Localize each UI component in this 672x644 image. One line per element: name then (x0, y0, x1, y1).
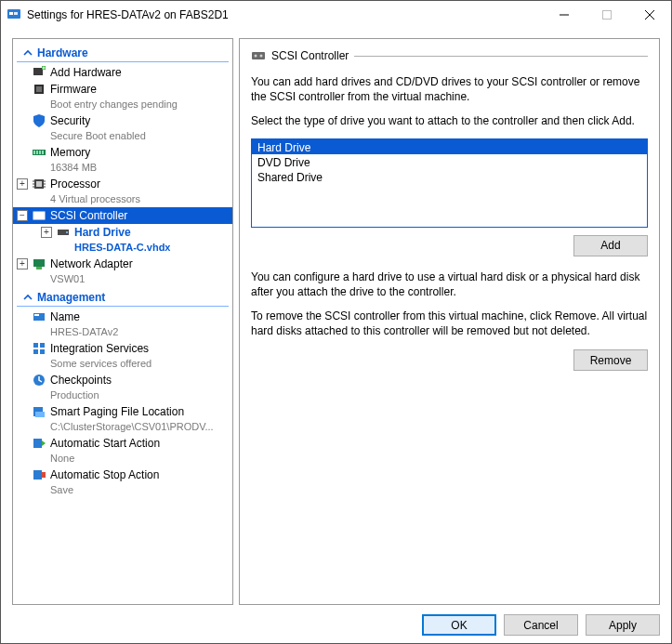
expand-icon[interactable]: + (17, 178, 28, 190)
tree-item-sublabel: Save (50, 482, 159, 497)
tree-item-label: Processor (50, 177, 140, 191)
tree-item-label: Firmware (50, 82, 178, 97)
description-4: To remove the SCSI controller from this … (251, 309, 648, 338)
folder-icon (32, 404, 46, 419)
svg-rect-3 (560, 15, 569, 16)
tree-item-add-hardware[interactable]: Add Hardware (13, 64, 232, 81)
tree-item-label: Smart Paging File Location (50, 404, 214, 419)
tree-item-smart-paging[interactable]: Smart Paging File Location C:\ClusterSto… (13, 403, 232, 435)
svg-rect-42 (42, 472, 46, 478)
svg-rect-33 (33, 343, 38, 348)
maximize-button[interactable] (586, 1, 628, 29)
svg-rect-43 (252, 52, 265, 59)
tree-item-label: Automatic Start Action (50, 436, 160, 451)
services-icon (32, 341, 46, 356)
svg-rect-12 (33, 151, 35, 154)
group-title: SCSI Controller (271, 49, 349, 62)
tree-item-sublabel: None (50, 451, 160, 466)
svg-rect-4 (603, 11, 612, 20)
network-icon (32, 256, 46, 271)
tree-item-security[interactable]: Security Secure Boot enabled (13, 112, 232, 144)
svg-rect-29 (33, 259, 45, 267)
stop-action-icon (32, 467, 46, 482)
svg-point-44 (255, 55, 257, 58)
svg-rect-41 (33, 470, 42, 480)
section-hardware-label: Hardware (37, 46, 88, 59)
minimize-button[interactable] (543, 1, 586, 29)
svg-rect-14 (39, 151, 41, 154)
close-button[interactable] (628, 1, 671, 29)
svg-rect-10 (36, 86, 42, 92)
description-1: You can add hard drives and CD/DVD drive… (251, 74, 648, 104)
tree-item-label: Memory (50, 145, 97, 160)
collapse-icon[interactable]: − (17, 210, 28, 221)
tree-item-name[interactable]: Name HRES-DATAv2 (13, 309, 232, 340)
option-dvd-drive[interactable]: DVD Drive (252, 154, 647, 169)
svg-rect-39 (35, 412, 45, 417)
tree-item-label: Automatic Stop Action (50, 467, 159, 482)
tree-item-sublabel: HRES-DATAv2 (50, 324, 118, 339)
tree-item-label: Checkpoints (50, 373, 112, 388)
option-hard-drive[interactable]: Hard Drive (252, 139, 647, 154)
tree-item-label: Hard Drive (74, 225, 170, 240)
content-area: Hardware Add Hardware (1, 29, 671, 643)
svg-rect-1 (9, 12, 13, 15)
ok-button[interactable]: OK (422, 614, 496, 636)
tag-icon (32, 309, 46, 324)
hard-drive-icon (56, 225, 71, 240)
remove-button[interactable]: Remove (573, 349, 648, 371)
chevron-up-icon (22, 292, 33, 303)
svg-rect-8 (43, 68, 46, 69)
settings-tree[interactable]: Hardware Add Hardware (12, 38, 233, 605)
controller-icon (251, 48, 266, 63)
description-2: Select the type of drive you want to att… (251, 113, 648, 128)
tree-item-sublabel: Boot entry changes pending (50, 97, 178, 112)
settings-window: Settings for HRES-DATAv2 on FABS2D1 (0, 0, 672, 644)
tree-item-sublabel: Secure Boot enabled (50, 128, 146, 143)
cancel-button[interactable]: Cancel (504, 614, 578, 636)
tree-item-label: Network Adapter (50, 256, 133, 271)
add-hardware-icon (32, 65, 46, 80)
tree-item-hard-drive[interactable]: + Hard Drive HRES-DATA-C.vhdx (13, 224, 232, 256)
tree-item-label: SCSI Controller (50, 208, 127, 223)
window-controls (543, 1, 671, 29)
tree-item-integration[interactable]: Integration Services Some services offer… (13, 340, 232, 372)
apply-button[interactable]: Apply (586, 614, 660, 636)
section-management[interactable]: Management (17, 289, 229, 307)
tree-item-auto-start[interactable]: Automatic Start Action None (13, 435, 232, 467)
svg-rect-30 (36, 267, 42, 269)
dialog-buttons: OK Cancel Apply (12, 611, 660, 636)
tree-item-memory[interactable]: Memory 16384 MB (13, 144, 232, 176)
expand-icon[interactable]: + (41, 227, 52, 238)
option-shared-drive[interactable]: Shared Drive (252, 169, 647, 184)
svg-rect-5 (33, 68, 43, 75)
group-header: SCSI Controller (251, 48, 648, 63)
chip-icon (32, 82, 46, 97)
tree-item-scsi-controller[interactable]: − SCSI Controller (13, 207, 232, 224)
svg-point-25 (35, 215, 38, 217)
drive-type-listbox[interactable]: Hard Drive DVD Drive Shared Drive (251, 138, 648, 228)
titlebar: Settings for HRES-DATAv2 on FABS2D1 (1, 1, 671, 29)
tree-item-firmware[interactable]: Firmware Boot entry changes pending (13, 81, 232, 112)
add-button[interactable]: Add (573, 235, 648, 256)
tree-item-sublabel: C:\ClusterStorage\CSV01\PRODV... (50, 419, 214, 434)
tree-item-label: Name (50, 309, 118, 324)
tree-item-checkpoints[interactable]: Checkpoints Production (13, 372, 232, 403)
tree-item-sublabel: 16384 MB (50, 160, 97, 175)
processor-icon (32, 177, 46, 191)
svg-rect-17 (36, 181, 42, 187)
svg-point-26 (41, 215, 44, 217)
checkpoint-icon (32, 373, 46, 388)
tree-item-auto-stop[interactable]: Automatic Stop Action Save (13, 467, 232, 498)
section-management-label: Management (37, 291, 105, 304)
tree-item-processor[interactable]: + Processor 4 Virtual processors (13, 176, 232, 207)
tree-item-network-adapter[interactable]: + Network Adapter VSW01 (13, 256, 232, 287)
shield-icon (32, 113, 46, 128)
expand-icon[interactable]: + (17, 258, 28, 269)
tree-item-sublabel: Some services offered (50, 356, 152, 371)
svg-rect-13 (36, 151, 38, 154)
svg-rect-2 (14, 12, 18, 15)
app-icon (7, 7, 21, 22)
controller-icon (32, 208, 46, 223)
section-hardware[interactable]: Hardware (17, 45, 229, 62)
